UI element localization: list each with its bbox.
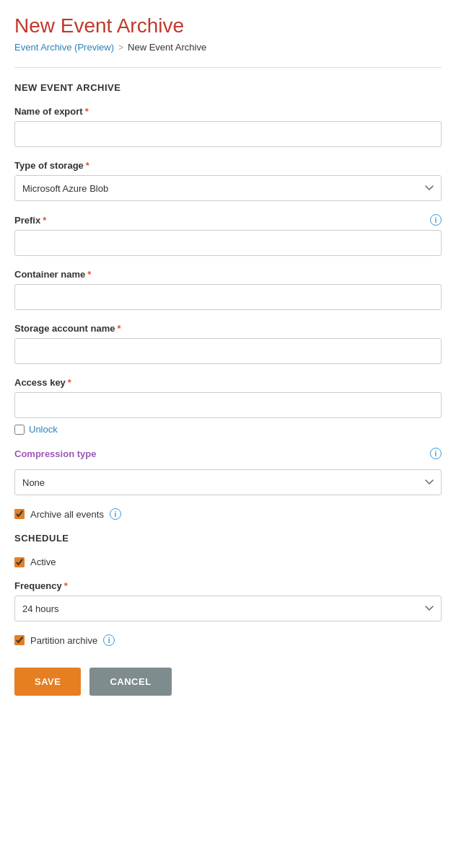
cancel-button[interactable]: CANCEL xyxy=(89,668,171,696)
partition-archive-checkbox[interactable] xyxy=(14,635,25,645)
name-of-export-label: Name of export* xyxy=(14,106,442,117)
section-divider xyxy=(14,67,442,68)
compression-info-icon[interactable]: i xyxy=(430,448,442,459)
compression-type-label: Compression type xyxy=(14,448,96,459)
storage-account-name-group: Storage account name* xyxy=(14,323,442,364)
name-of-export-group: Name of export* xyxy=(14,106,442,147)
storage-account-required-star: * xyxy=(117,323,120,334)
access-key-required-star: * xyxy=(68,377,71,388)
breadcrumb: Event Archive (Preview) > New Event Arch… xyxy=(14,42,442,53)
breadcrumb-parent-link[interactable]: Event Archive (Preview) xyxy=(14,42,114,53)
type-of-storage-label: Type of storage* xyxy=(14,160,442,171)
unlock-row: Unlock xyxy=(14,424,442,435)
access-key-input[interactable] xyxy=(14,392,442,418)
container-name-label: Container name* xyxy=(14,269,442,280)
type-of-storage-group: Type of storage* Microsoft Azure Blob Am… xyxy=(14,160,442,201)
frequency-group: Frequency* 1 hour 6 hours 12 hours 24 ho… xyxy=(14,580,442,621)
partition-archive-label: Partition archive xyxy=(30,635,97,646)
frequency-label: Frequency* xyxy=(14,580,442,591)
storage-account-name-input[interactable] xyxy=(14,338,442,364)
name-required-star: * xyxy=(85,106,89,117)
archive-all-events-info-icon[interactable]: i xyxy=(110,508,121,520)
frequency-required-star: * xyxy=(64,580,68,591)
prefix-info-icon[interactable]: i xyxy=(430,214,442,226)
prefix-input[interactable] xyxy=(14,230,442,256)
partition-archive-row: Partition archive i xyxy=(14,634,442,646)
active-label: Active xyxy=(30,557,56,567)
name-of-export-input[interactable] xyxy=(14,121,442,147)
type-of-storage-select[interactable]: Microsoft Azure Blob Amazon S3 Google Cl… xyxy=(14,175,442,201)
schedule-section: SCHEDULE Active Frequency* 1 hour 6 hour… xyxy=(14,533,442,646)
container-name-group: Container name* xyxy=(14,269,442,310)
compression-type-select[interactable]: None GZip Snappy xyxy=(14,469,442,495)
unlock-checkbox[interactable] xyxy=(14,425,25,435)
archive-all-events-label: Archive all events xyxy=(30,509,104,520)
prefix-required-star: * xyxy=(43,215,46,226)
save-button[interactable]: SAVE xyxy=(14,668,81,696)
container-name-input[interactable] xyxy=(14,284,442,310)
unlock-label[interactable]: Unlock xyxy=(29,424,58,435)
page-title: New Event Archive xyxy=(14,14,442,37)
archive-all-events-checkbox[interactable] xyxy=(14,509,25,519)
access-key-label: Access key* xyxy=(14,377,442,388)
form-section-title: NEW EVENT ARCHIVE xyxy=(14,82,442,93)
archive-all-events-row: Archive all events i xyxy=(14,508,442,520)
frequency-select[interactable]: 1 hour 6 hours 12 hours 24 hours 48 hour… xyxy=(14,595,442,621)
active-checkbox[interactable] xyxy=(14,557,25,567)
compression-type-group: Compression type i None GZip Snappy xyxy=(14,448,442,495)
partition-archive-info-icon[interactable]: i xyxy=(103,634,115,646)
prefix-label: Prefix* xyxy=(14,215,46,226)
breadcrumb-separator: > xyxy=(118,43,123,53)
storage-required-star: * xyxy=(86,160,89,171)
active-row: Active xyxy=(14,557,442,567)
button-row: SAVE CANCEL xyxy=(14,668,442,696)
prefix-group: Prefix* i xyxy=(14,214,442,256)
access-key-group: Access key* Unlock xyxy=(14,377,442,435)
container-required-star: * xyxy=(87,269,91,280)
schedule-section-title: SCHEDULE xyxy=(14,533,442,544)
breadcrumb-current: New Event Archive xyxy=(128,42,206,53)
storage-account-name-label: Storage account name* xyxy=(14,323,442,334)
